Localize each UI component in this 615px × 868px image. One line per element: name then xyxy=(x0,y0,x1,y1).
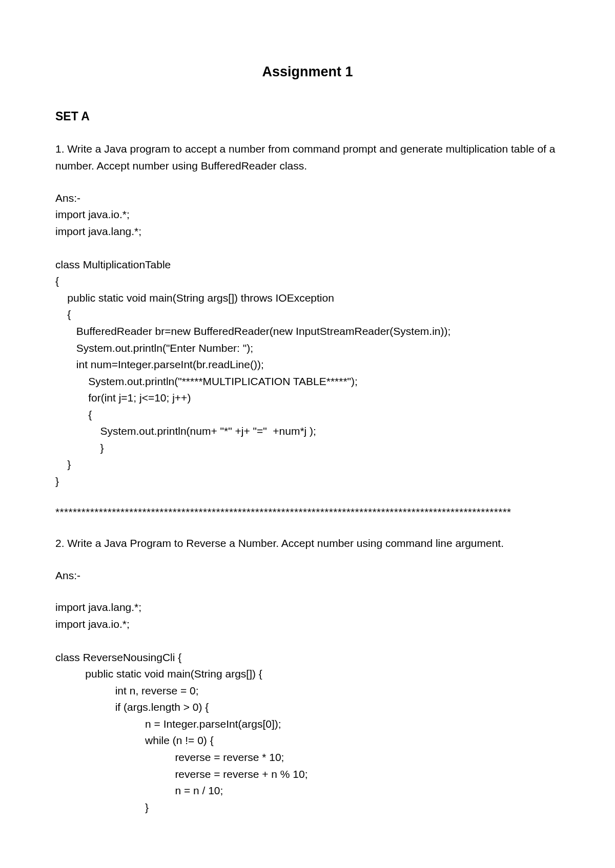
question-2-text: 2. Write a Java Program to Reverse a Num… xyxy=(55,535,560,552)
code-block-1: import java.io.*; import java.lang.*; cl… xyxy=(55,206,560,490)
answer-1-label: Ans:- xyxy=(55,190,560,207)
code-block-2: import java.lang.*; import java.io.*; cl… xyxy=(55,599,560,816)
answer-2-label: Ans:- xyxy=(55,567,560,584)
document-title: Assignment 1 xyxy=(55,61,560,83)
set-heading: SET A xyxy=(55,108,560,126)
separator: ****************************************… xyxy=(55,504,560,521)
question-1-text: 1. Write a Java program to accept a numb… xyxy=(55,141,560,174)
